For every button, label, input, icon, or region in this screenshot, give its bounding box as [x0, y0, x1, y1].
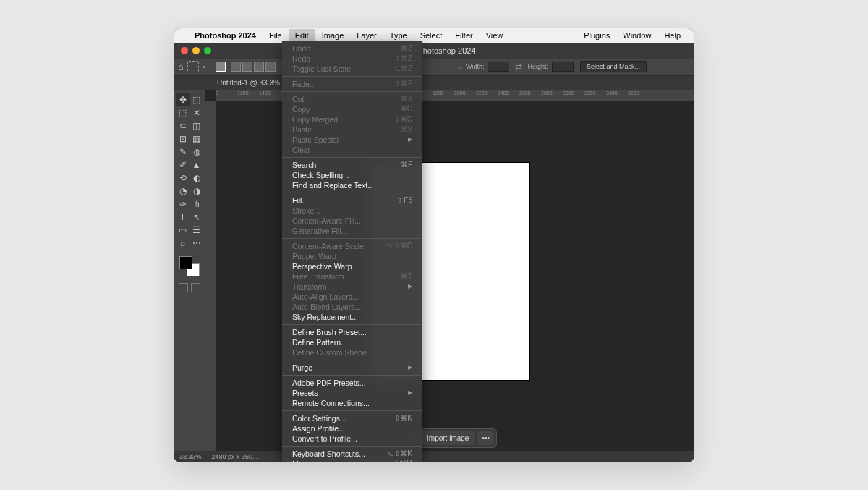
tool-lasso[interactable]: ⊂	[176, 119, 190, 132]
menu-item-auto-align-layers: Auto-Align Layers...	[282, 292, 422, 302]
menubar: Photoshop 2024 FileEditImageLayerTypeSel…	[174, 28, 694, 43]
tool-quick-select[interactable]: ◫	[190, 119, 203, 132]
menu-item-puppet-warp: Puppet Warp	[282, 251, 422, 261]
status-bar: 33.33% 2480 px x 350...	[174, 451, 694, 462]
menu-item-paste: Paste⌘V	[282, 124, 422, 135]
app-window: Photoshop 2024 FileEditImageLayerTypeSel…	[174, 28, 694, 462]
menu-help[interactable]: Help	[658, 29, 687, 42]
edit-menu-dropdown: Undo⌘ZRedo⇧⌘ZToggle Last State⌥⌘ZFade...…	[282, 41, 422, 462]
foreground-color[interactable]	[179, 256, 192, 269]
menu-item-auto-blend-layers: Auto-Blend Layers...	[282, 302, 422, 312]
tool-editbar[interactable]: ⋯	[190, 237, 203, 250]
menu-item-convert-to-profile[interactable]: Convert to Profile...	[282, 434, 422, 444]
menu-item-remote-connections[interactable]: Remote Connections...	[282, 398, 422, 408]
height-input[interactable]	[552, 62, 574, 72]
menu-image[interactable]: Image	[315, 29, 351, 42]
more-button[interactable]: •••	[477, 431, 494, 445]
menu-layer[interactable]: Layer	[350, 29, 383, 42]
width-input[interactable]	[488, 62, 509, 72]
tool-blur[interactable]: ◔	[176, 185, 190, 198]
tool-dodge[interactable]: ◑	[190, 185, 203, 198]
tool-marquee-ellipse[interactable]: ✕	[190, 106, 203, 119]
tool-move[interactable]: ✥	[176, 93, 190, 106]
menu-item-assign-profile[interactable]: Assign Profile...	[282, 423, 422, 434]
screenmode-icon[interactable]	[191, 283, 200, 292]
menu-item-adobe-pdf-presets[interactable]: Adobe PDF Presets...	[282, 378, 422, 388]
menu-item-stroke: Stroke...	[282, 206, 422, 216]
tool-marquee-rect[interactable]: ⬚	[176, 106, 190, 119]
tool-history[interactable]: ⟲	[176, 172, 190, 185]
menu-item-find-and-replace-text[interactable]: Find and Replace Text...	[282, 180, 422, 190]
menu-item-presets[interactable]: Presets▶	[282, 388, 422, 398]
menu-item-copy-merged: Copy Merged⇧⌘C	[282, 114, 422, 124]
tool-zoom[interactable]: ⌕	[176, 237, 190, 250]
tool-gradient[interactable]: ◐	[190, 172, 203, 185]
tool-brush[interactable]: ✐	[176, 159, 190, 172]
menu-item-fade: Fade...⇧⌘F	[282, 79, 422, 89]
tool-pen[interactable]: ✑	[176, 198, 190, 211]
width-label: Width:	[466, 63, 485, 70]
selection-mode-icon[interactable]	[216, 62, 226, 72]
mode-intersect-icon[interactable]	[265, 62, 276, 72]
document-tabs: Untitled-1 @ 33.3% (R	[174, 76, 694, 90]
tool-rect[interactable]: ▭	[176, 224, 190, 237]
menu-edit[interactable]: Edit	[289, 29, 315, 42]
menu-type[interactable]: Type	[383, 29, 414, 42]
menu-item-perspective-warp[interactable]: Perspective Warp	[282, 261, 422, 271]
close-icon[interactable]	[181, 47, 188, 54]
tool-more[interactable]: ☰	[190, 224, 203, 237]
titlebar: Adobe Photoshop 2024	[174, 43, 694, 59]
menu-item-purge[interactable]: Purge▶	[282, 363, 422, 373]
menu-item-toggle-last-state: Toggle Last State⌥⌘Z	[282, 64, 422, 74]
document-tab[interactable]: Untitled-1 @ 33.3% (R	[217, 79, 289, 87]
canvas-area: 0120014001600600800100012001400160018002…	[205, 90, 694, 462]
menu-filter[interactable]: Filter	[448, 29, 479, 42]
select-and-mask-button[interactable]: Select and Mask...	[580, 61, 647, 72]
mode-new-icon[interactable]	[231, 62, 241, 72]
menu-item-cut: Cut⌘X	[282, 94, 422, 104]
home-icon[interactable]: ⌂	[178, 62, 184, 72]
tool-crop[interactable]: ⊡	[176, 132, 190, 145]
menu-item-define-brush-preset[interactable]: Define Brush Preset...	[282, 327, 422, 337]
menu-plugins[interactable]: Plugins	[577, 29, 616, 42]
menu-item-transform: Transform▶	[282, 282, 422, 292]
fullscreen-icon[interactable]	[204, 47, 211, 54]
mode-add-icon[interactable]	[242, 62, 252, 72]
menu-select[interactable]: Select	[414, 29, 449, 42]
tool-stamp[interactable]: ▲	[190, 159, 203, 172]
color-swatch[interactable]	[179, 256, 200, 276]
tool-artboard[interactable]: ⬚	[190, 93, 203, 106]
tool-preset-icon[interactable]	[187, 61, 199, 72]
menu-file[interactable]: File	[263, 29, 289, 42]
minimize-icon[interactable]	[192, 47, 200, 54]
app-name[interactable]: Photoshop 2024	[188, 29, 263, 42]
toolbar: ✥⬚⬚✕⊂◫⊡▦✎◍✐▲⟲◐◔◑✑⋔T↖▭☰⌕⋯	[174, 90, 205, 462]
menu-item-content-aware-fill: Content-Aware Fill...	[282, 216, 422, 226]
zoom-level[interactable]: 33.33%	[179, 453, 202, 460]
mode-sub-icon[interactable]	[254, 62, 264, 72]
menu-item-sky-replacement[interactable]: Sky Replacement...	[282, 312, 422, 322]
menu-item-define-pattern[interactable]: Define Pattern...	[282, 337, 422, 347]
tool-patch[interactable]: ◍	[190, 145, 203, 159]
menu-window[interactable]: Window	[616, 29, 658, 42]
menu-item-keyboard-shortcuts[interactable]: Keyboard Shortcuts...⌥⇧⌘K	[282, 449, 422, 459]
menu-item-define-custom-shape: Define Custom Shape...	[282, 347, 422, 358]
quickmask-icon[interactable]	[179, 283, 188, 292]
menu-item-content-aware-scale: Content-Aware Scale⌥⇧⌘C	[282, 241, 422, 251]
tool-type[interactable]: ⋔	[190, 198, 203, 211]
tool-path[interactable]: T	[176, 211, 190, 224]
menu-item-menus[interactable]: Menus...⌥⇧⌘M	[282, 459, 422, 462]
menu-item-check-spelling[interactable]: Check Spelling...	[282, 170, 422, 180]
ruler-vertical[interactable]	[205, 101, 216, 462]
menu-item-color-settings[interactable]: Color Settings...⇧⌘K	[282, 413, 422, 423]
height-label: Height:	[527, 63, 548, 70]
tool-frame[interactable]: ▦	[190, 132, 203, 145]
menu-view[interactable]: View	[480, 29, 510, 42]
menu-item-search[interactable]: Search⌘F	[282, 160, 422, 170]
menu-item-fill[interactable]: Fill...⇧ F5	[282, 195, 422, 206]
tool-hand[interactable]: ↖	[190, 211, 203, 224]
menu-item-undo: Undo⌘Z	[282, 43, 422, 54]
tool-eyedrop[interactable]: ✎	[176, 145, 190, 159]
swap-icon[interactable]: ⇄	[515, 62, 522, 72]
menu-item-generative-fill: Generative Fill...	[282, 226, 422, 236]
